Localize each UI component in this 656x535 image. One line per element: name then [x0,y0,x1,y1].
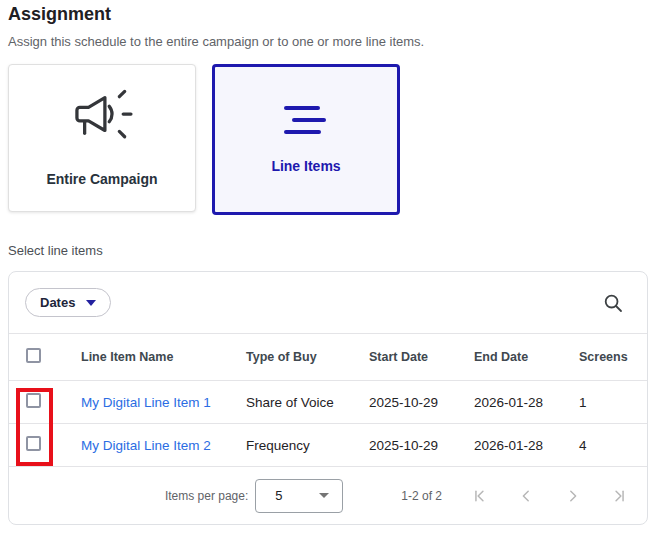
column-header-type-of-buy: Type of Buy [246,350,369,364]
assignment-page: Assignment Assign this schedule to the e… [0,0,656,525]
assignment-option-cards: Entire Campaign Line Items [8,64,648,215]
chevron-down-icon [86,300,96,306]
column-header-end-date: End Date [474,350,579,364]
line-items-table-panel: Dates Line Item Name Type of Buy Start D… [8,271,648,525]
next-page-icon [566,489,580,503]
pagination-nav [472,489,627,503]
row-1-type-of-buy: Share of Voice [246,395,369,410]
search-icon [603,293,623,313]
list-lines-icon [284,106,328,134]
row-1-end-date: 2026-01-28 [474,395,579,410]
row-1-screens: 1 [579,395,647,410]
next-page-button[interactable] [566,489,580,503]
row-2-start-date: 2025-10-29 [369,438,474,453]
table-row: My Digital Line Item 1 Share of Voice 20… [9,381,647,424]
select-line-items-label: Select line items [8,243,648,258]
previous-page-button[interactable] [519,489,533,503]
megaphone-icon [71,89,133,147]
row-1-line-item-link[interactable]: My Digital Line Item 1 [81,395,246,410]
option-label-entire-campaign: Entire Campaign [46,171,157,187]
option-label-line-items: Line Items [271,158,340,174]
previous-page-icon [519,489,533,503]
row-2-screens: 4 [579,438,647,453]
table-header-row: Line Item Name Type of Buy Start Date En… [9,334,647,381]
last-page-icon [613,489,627,503]
page-subtitle: Assign this schedule to the entire campa… [8,34,648,50]
chevron-down-icon [319,493,329,498]
option-card-line-items[interactable]: Line Items [212,64,400,215]
first-page-button[interactable] [472,489,486,503]
row-2-type-of-buy: Frequency [246,438,369,453]
table-row: My Digital Line Item 2 Frequency 2025-10… [9,424,647,467]
items-per-page-label: Items per page: [165,489,248,503]
items-per-page-value: 5 [275,488,282,503]
row-2-line-item-link[interactable]: My Digital Line Item 2 [81,438,246,453]
dates-filter-chip[interactable]: Dates [25,288,111,317]
column-header-start-date: Start Date [369,350,474,364]
row-2-end-date: 2026-01-28 [474,438,579,453]
row-1-checkbox[interactable] [26,393,41,408]
table-toolbar: Dates [9,272,647,334]
row-2-checkbox[interactable] [26,436,41,451]
page-title: Assignment [8,4,648,25]
last-page-button[interactable] [613,489,627,503]
option-card-entire-campaign[interactable]: Entire Campaign [8,64,196,212]
items-per-page-select[interactable]: 5 [255,479,343,513]
first-page-icon [472,489,486,503]
column-header-screens: Screens [579,350,647,364]
page-range-label: 1-2 of 2 [401,489,442,503]
dates-filter-label: Dates [40,295,75,310]
row-1-start-date: 2025-10-29 [369,395,474,410]
table-paginator: Items per page: 5 1-2 of 2 [9,467,647,524]
select-all-checkbox[interactable] [26,348,41,363]
column-header-line-item-name: Line Item Name [81,350,246,364]
search-button[interactable] [601,291,625,315]
